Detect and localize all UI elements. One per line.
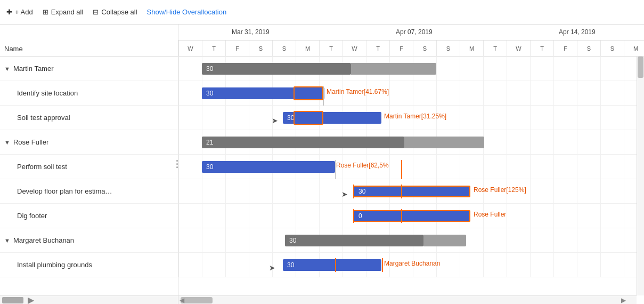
vertical-scrollbar[interactable]: [637, 57, 644, 295]
add-icon: ✚: [6, 8, 12, 16]
gantt-row: 30 Martin Tamer[41.67%]: [178, 81, 644, 106]
gantt-bar-summary[interactable]: 30: [202, 63, 351, 75]
list-item: ▼ Rose Fuller: [0, 130, 178, 155]
orange-bracket: [353, 185, 354, 198]
gantt-bar-task[interactable]: 30: [283, 259, 381, 271]
gantt-bar-task[interactable]: 30: [353, 186, 470, 197]
bar-outside-label: Rose Fuller: [474, 211, 506, 218]
gantt-row: 30: [178, 228, 644, 253]
gantt-bar-summary-ext: [404, 137, 484, 148]
day-header: S: [436, 41, 460, 57]
row-label: Rose Fuller: [13, 138, 48, 146]
name-column-header: Name: [4, 45, 23, 53]
day-header: T: [319, 41, 343, 57]
orange-bracket: [353, 209, 354, 223]
gantt-row: ➤ 30 Martin Tamer[31.25%]: [178, 106, 644, 130]
expand-arrow-icon[interactable]: ▼: [4, 237, 10, 244]
dependency-arrow-icon: ➤: [341, 190, 348, 198]
gantt-row: 0 Rose Fuller: [178, 204, 644, 228]
gantt-bar-summary-ext: [423, 235, 466, 246]
orange-bracket: [294, 111, 323, 125]
show-hide-button[interactable]: Show/Hide Overallocation: [147, 8, 227, 16]
gantt-header: Mar 31, 2019 Apr 07, 2019 Apr 14, 2019 W…: [178, 25, 644, 57]
list-item: Soil test approval: [0, 106, 178, 130]
list-item: Dig footer: [0, 204, 178, 228]
day-header: S: [600, 41, 624, 57]
orange-bracket: [401, 185, 402, 198]
add-button[interactable]: ✚ + Add: [6, 8, 33, 16]
bar-outside-label: Margaret Buchanan: [384, 260, 440, 267]
list-item: Develop floor plan for estima…: [0, 179, 178, 204]
gantt-bar-summary[interactable]: 30: [285, 235, 423, 246]
row-label: Margaret Buchanan: [13, 236, 74, 244]
day-header: M: [296, 41, 319, 57]
left-panel: Name ▼ Martin Tamer Identify site locati…: [0, 25, 178, 304]
left-panel-body: ▼ Martin Tamer Identify site location So…: [0, 57, 178, 295]
day-header: S: [272, 41, 296, 57]
day-header: W: [343, 41, 366, 57]
day-header: M: [460, 41, 483, 57]
gantt-row: 21: [178, 130, 644, 155]
scrollbar-thumb[interactable]: [181, 297, 213, 303]
collapse-all-button[interactable]: ⊟ Collapse all: [93, 8, 137, 16]
gantt-bar-summary-ext: [351, 63, 436, 75]
dependency-arrow-icon: ➤: [272, 116, 278, 125]
toolbar: ✚ + Add ⊞ Expand all ⊟ Collapse all Show…: [0, 0, 644, 25]
day-header: T: [202, 41, 225, 57]
scroll-left-arrow-icon[interactable]: ◀: [180, 296, 184, 304]
day-header: F: [553, 41, 577, 57]
day-header: T: [483, 41, 507, 57]
scroll-right-arrow-icon[interactable]: ▶: [621, 296, 626, 304]
gantt-bar-summary[interactable]: 21: [202, 137, 404, 148]
row-label: Dig footer: [17, 212, 47, 220]
row-label: Perform soil test: [17, 163, 67, 171]
gantt-row: ➤ 30 Margaret Buchanan: [178, 253, 644, 277]
expand-arrow-icon[interactable]: ▼: [4, 66, 10, 72]
horizontal-scrollbar[interactable]: ▶ ◀: [178, 295, 637, 304]
expand-icon: ⊞: [43, 8, 48, 16]
day-header: S: [249, 41, 272, 57]
row-label: Install plumbing grounds: [17, 261, 92, 269]
bar-outside-label: Martin Tamer[31.25%]: [384, 113, 446, 120]
panel-resize-handle[interactable]: [175, 32, 178, 295]
row-label: Identify site location: [17, 89, 78, 97]
left-panel-scrollbar[interactable]: ▶: [0, 295, 178, 304]
day-header: T: [530, 41, 553, 57]
gantt-body: 30 30: [178, 57, 644, 304]
gantt-row: 30 Rose Fuller[62,5%: [178, 155, 644, 179]
day-header: T: [366, 41, 389, 57]
date-label-apr07: Apr 07, 2019: [396, 28, 433, 36]
list-item: Perform soil test: [0, 155, 178, 179]
list-item: Identify site location: [0, 81, 178, 106]
expand-arrow-icon[interactable]: ▼: [4, 139, 10, 146]
day-header: F: [225, 41, 249, 57]
gantt-dates-row: Mar 31, 2019 Apr 07, 2019 Apr 14, 2019: [178, 25, 644, 41]
day-header: S: [577, 41, 600, 57]
orange-bracket: [294, 86, 323, 100]
gantt-bar-task[interactable]: 30: [202, 161, 335, 173]
list-item: ▼ Margaret Buchanan: [0, 228, 178, 253]
main-container: Name ▼ Martin Tamer Identify site locati…: [0, 25, 644, 304]
scrollbar-thumb[interactable]: [638, 57, 643, 78]
gantt-row: ➤ 30 Rose Fuller[125%]: [178, 179, 644, 204]
day-header: M: [624, 41, 644, 57]
row-label: Develop floor plan for estima…: [17, 187, 112, 195]
expand-all-button[interactable]: ⊞ Expand all: [43, 8, 84, 16]
gantt-bar-task[interactable]: 0: [353, 210, 470, 222]
list-item: ▼ Martin Tamer: [0, 57, 178, 81]
list-item: Install plumbing grounds: [0, 253, 178, 277]
bar-outside-label: Martin Tamer[41.67%]: [327, 88, 389, 95]
day-header: S: [413, 41, 436, 57]
date-label-mar31: Mar 31, 2019: [232, 28, 270, 36]
row-label: Martin Tamer: [13, 65, 54, 73]
dependency-arrow-icon: ➤: [269, 263, 275, 272]
orange-bracket: [382, 258, 383, 272]
day-header: F: [389, 41, 413, 57]
bar-outside-label: Rose Fuller[62,5%: [336, 162, 389, 169]
left-panel-header: Name: [0, 25, 178, 57]
collapse-icon: ⊟: [93, 8, 99, 16]
day-header: W: [507, 41, 530, 57]
scroll-right-arrow-icon[interactable]: ▶: [28, 295, 34, 304]
gantt-panel: Mar 31, 2019 Apr 07, 2019 Apr 14, 2019 W…: [178, 25, 644, 304]
date-label-apr14: Apr 14, 2019: [559, 28, 596, 36]
